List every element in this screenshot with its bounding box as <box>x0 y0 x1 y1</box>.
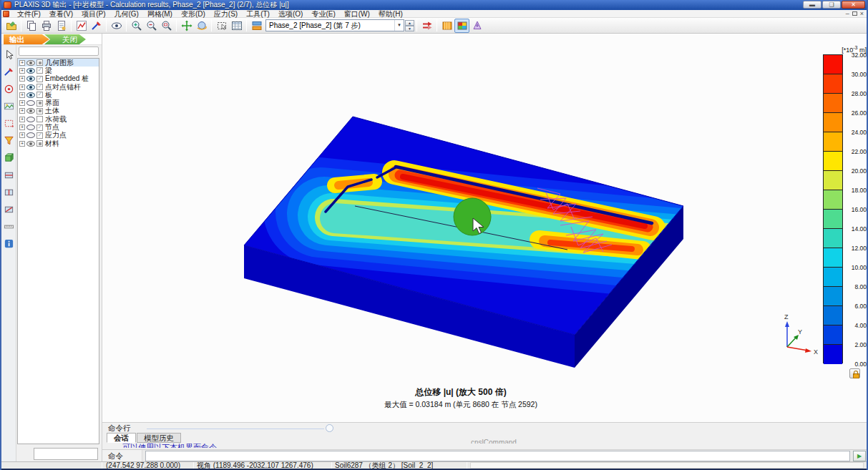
expand-icon[interactable]: + <box>19 76 25 82</box>
visibility-eye-icon[interactable] <box>26 100 35 106</box>
free-slice-button[interactable] <box>1 202 16 217</box>
shadings-toggle[interactable] <box>439 19 454 33</box>
expand-icon[interactable]: + <box>19 68 25 74</box>
menu-item-11[interactable]: 窗口(W) <box>340 10 374 18</box>
deformed-mesh-toggle[interactable] <box>419 19 434 33</box>
expand-icon[interactable]: + <box>19 92 25 98</box>
partial-geometry-button[interactable] <box>1 99 16 114</box>
expand-icon[interactable]: + <box>19 60 25 66</box>
minimize-button[interactable]: ▬ <box>803 1 821 9</box>
print-button[interactable] <box>39 19 54 33</box>
menu-item-8[interactable]: 工具(T) <box>242 10 274 18</box>
cross-section-button[interactable] <box>89 19 104 33</box>
maximize-button[interactable]: ❑ <box>822 1 841 9</box>
model-viewport[interactable]: Z Y X 总位移 |u| (放大 500 倍) 最大值 = 0.03184 m… <box>102 34 868 422</box>
menu-item-4[interactable]: 几何(G) <box>109 10 142 18</box>
contour-lines-toggle[interactable] <box>454 19 469 33</box>
close-button[interactable]: ✕ <box>842 1 865 9</box>
menu-item-6[interactable]: 变形(D) <box>177 10 210 18</box>
tree-item-10[interactable]: +材料 <box>18 139 99 147</box>
open-button[interactable] <box>4 19 19 33</box>
expand-icon[interactable]: + <box>19 100 25 106</box>
mdi-minimize-button[interactable]: – <box>846 10 849 18</box>
menu-item-9[interactable]: 选项(O) <box>274 10 307 18</box>
curves-button[interactable] <box>74 19 89 33</box>
legend-lock-button[interactable] <box>849 368 860 378</box>
report-button[interactable] <box>54 19 69 33</box>
info-button[interactable] <box>1 236 16 251</box>
zoom-rectangle-button[interactable] <box>159 19 174 33</box>
tree-checkbox[interactable] <box>36 76 43 82</box>
tree-checkbox[interactable] <box>36 132 43 139</box>
copy-button[interactable] <box>24 19 39 33</box>
expand-icon[interactable]: + <box>19 132 25 138</box>
phases-button[interactable] <box>249 19 264 33</box>
visibility-eye-icon[interactable] <box>26 141 35 147</box>
tree-checkbox[interactable] <box>36 116 43 122</box>
chevron-down-icon[interactable]: ▼ <box>394 20 404 31</box>
mdi-close-button[interactable]: × <box>860 10 864 18</box>
mdi-restore-button[interactable] <box>852 11 857 16</box>
step-up-button[interactable]: ▲ <box>405 20 414 26</box>
tab-model-history[interactable]: 模型历史 <box>137 433 181 443</box>
tree-checkbox[interactable] <box>36 140 43 147</box>
visibility-eye-icon[interactable] <box>26 117 35 122</box>
menu-item-1[interactable]: 文件(F) <box>13 10 45 18</box>
select-window-button[interactable] <box>1 116 16 131</box>
tree-checkbox[interactable] <box>36 59 43 66</box>
menu-item-3[interactable]: 项目(P) <box>77 10 109 18</box>
ruler-button[interactable] <box>1 219 16 234</box>
menu-item-10[interactable]: 专业(E) <box>307 10 339 18</box>
tree-checkbox[interactable] <box>36 92 43 98</box>
expand-icon[interactable]: + <box>19 108 25 114</box>
step-down-button[interactable]: ▼ <box>405 26 414 31</box>
visibility-eye-icon[interactable] <box>26 76 35 82</box>
expand-icon[interactable]: + <box>19 124 25 130</box>
expand-icon[interactable]: + <box>19 84 25 90</box>
explorer-filter-input[interactable] <box>19 46 99 56</box>
vectors-toggle[interactable] <box>469 19 484 33</box>
tree-checkbox[interactable] <box>36 67 43 74</box>
select-structures-button[interactable] <box>214 19 229 33</box>
vertical-slice-button[interactable] <box>1 185 16 200</box>
horizontal-slice-button[interactable] <box>1 167 16 182</box>
menu-item-5[interactable]: 网格(M) <box>143 10 177 18</box>
phase-selector-dropdown[interactable]: Phase_2 [Phase_2] (第 7 步) ▼ <box>265 19 404 31</box>
menu-item-7[interactable]: 应力(S) <box>210 10 242 18</box>
visibility-eye-icon[interactable] <box>26 124 35 130</box>
volumes-button[interactable] <box>1 150 16 165</box>
visibility-eye-icon[interactable] <box>26 84 35 90</box>
hide-items-button[interactable] <box>109 19 124 33</box>
tree-checkbox[interactable] <box>36 108 43 114</box>
tab-close[interactable]: 关闭 <box>44 34 86 44</box>
select-tool-button[interactable] <box>1 47 16 62</box>
table-button[interactable] <box>229 19 244 33</box>
visibility-eye-icon[interactable] <box>26 132 35 138</box>
zoom-out-button[interactable] <box>144 19 159 33</box>
command-input[interactable] <box>145 451 850 461</box>
tree-checkbox[interactable] <box>36 100 43 107</box>
expand-icon[interactable]: + <box>19 117 25 122</box>
tree-item-3[interactable]: +点对点锚杆 <box>18 83 99 91</box>
model-3d[interactable]: Z Y X <box>102 34 868 422</box>
splitter-knob[interactable] <box>326 424 333 432</box>
tree-checkbox[interactable] <box>36 124 43 131</box>
visibility-eye-icon[interactable] <box>26 92 35 98</box>
visibility-eye-icon[interactable] <box>26 60 35 66</box>
visibility-eye-icon[interactable] <box>26 108 35 114</box>
filter-button[interactable] <box>1 133 16 148</box>
expand-icon[interactable]: + <box>19 141 25 147</box>
visibility-eye-icon[interactable] <box>26 68 35 74</box>
menu-item-12[interactable]: 帮助(H) <box>374 10 407 18</box>
tab-output[interactable]: 输出 <box>4 34 49 44</box>
perspective-button[interactable] <box>194 19 209 33</box>
run-command-button[interactable]: ▶ <box>853 451 866 461</box>
select-points-button[interactable] <box>1 82 16 97</box>
tree-checkbox[interactable] <box>36 84 43 90</box>
tab-session[interactable]: 会话 <box>107 433 136 443</box>
menu-item-2[interactable]: 查看(V) <box>45 10 77 18</box>
cross-section-tool-button[interactable] <box>1 64 16 79</box>
zoom-in-button[interactable] <box>129 19 144 33</box>
tree-item-0[interactable]: +几何图形 <box>18 59 99 67</box>
reset-view-button[interactable] <box>179 19 194 33</box>
